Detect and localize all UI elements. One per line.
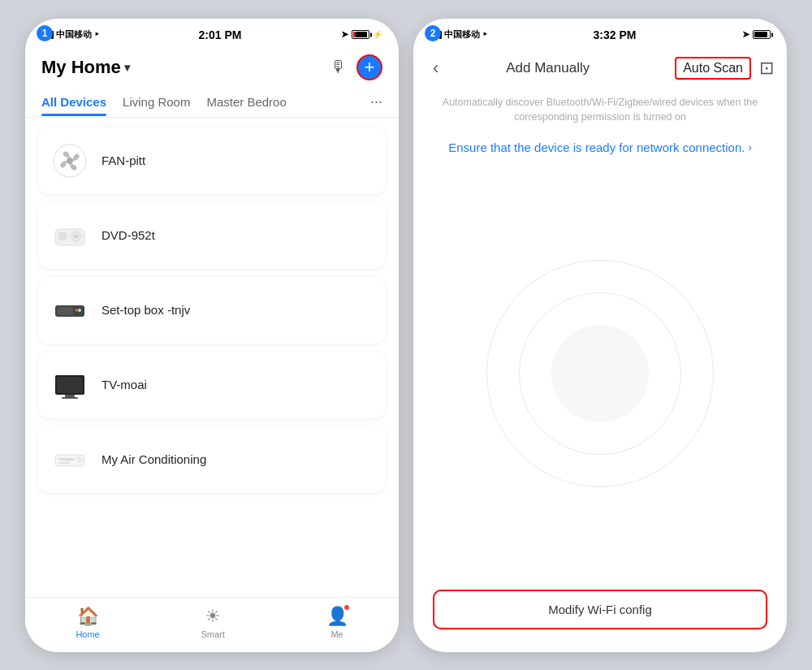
battery-icon-1 [352,30,369,39]
chevron-right-icon: › [748,140,751,157]
battery-fill-charge [356,32,367,37]
ac-icon [50,439,90,480]
location-icon: ➤ [341,29,348,40]
nav-smart-label: Smart [201,629,224,639]
nav-home[interactable]: 🏠 Home [76,606,99,639]
wifi-icon-2: ‣ [482,29,487,40]
auto-scan-button[interactable]: Auto Scan [675,57,751,80]
svg-rect-11 [57,377,83,393]
device-list: FAN-pitt DVD-952t [25,118,399,597]
nav-me[interactable]: 👤 Me [326,606,348,639]
svg-rect-16 [58,462,70,464]
dropdown-icon: ▾ [124,61,130,74]
svg-point-1 [67,158,73,164]
auto-scan-description: Automatically discover Bluetooth/Wi-Fi/Z… [413,89,787,126]
tab-all-devices[interactable]: All Devices [41,89,106,115]
dvd-device-name: DVD-952t [102,228,155,242]
nav-me-label: Me [330,629,343,639]
add-manually-title: Add Manually [421,60,675,76]
carrier-text: 中国移动 [56,28,92,41]
wifi-icon: ‣ [94,29,99,40]
svg-rect-7 [57,307,73,315]
mic-icon[interactable]: 🎙 [330,58,347,76]
status-right-1: ➤ ⚡ [341,29,382,40]
scan-frame-icon[interactable]: ⊡ [759,58,774,79]
fan-icon [50,140,90,181]
svg-point-8 [78,309,81,312]
settopbox-icon [50,290,90,331]
svg-rect-15 [58,458,75,460]
svg-rect-13 [62,397,78,399]
location-icon-2: ➤ [742,29,749,40]
carrier-text-2: 中国移动 [444,28,480,41]
device-tabs: All Devices Living Room Master Bedroo ··… [25,87,399,118]
time-display-2: 3:32 PM [594,28,637,41]
smart-nav-icon: ☀ [205,606,221,627]
device-card-fan[interactable]: FAN-pitt [38,128,386,194]
device-card-ac[interactable]: My Air Conditioning [38,426,386,493]
charge-icon: ⚡ [373,30,382,39]
home-nav-icon: 🏠 [77,606,99,627]
dvd-icon [50,215,90,256]
notification-badge [343,604,350,611]
phone-right: 2 中国移动 ‣ 3:32 PM ➤ ‹ Add Manually Auto S… [413,19,787,652]
add-device-button[interactable]: + [356,54,382,80]
nav-smart[interactable]: ☀ Smart [201,606,224,639]
tab-living-room[interactable]: Living Room [123,89,190,115]
tv-icon [50,365,90,405]
home-header: My Home ▾ 🎙 + [25,48,399,87]
add-device-header: ‹ Add Manually Auto Scan ⊡ [413,48,787,89]
step-badge-1: 1 [37,25,53,41]
step-badge-2: 2 [425,25,441,41]
svg-rect-12 [65,395,75,397]
scan-circle-outer [486,260,714,487]
device-card-tv[interactable]: TV-moai [38,352,386,418]
scan-circle-inner [551,325,649,422]
status-bar-1: 中国移动 ‣ 2:01 PM ➤ ⚡ [25,19,399,48]
device-card-settopbox[interactable]: Set-top box -tnjv [38,277,386,344]
phone-left: 1 中国移动 ‣ 2:01 PM ➤ ⚡ My Home ▾ [25,19,399,652]
device-card-dvd[interactable]: DVD-952t [38,202,386,269]
scan-circle-mid [519,292,681,455]
svg-point-17 [77,457,82,462]
tab-more[interactable]: ··· [370,87,382,117]
time-display-1: 2:01 PM [199,28,242,41]
home-title-text: My Home [41,57,121,78]
fan-device-name: FAN-pitt [102,153,145,167]
nav-home-label: Home [76,629,99,639]
tv-device-name: TV-moai [102,378,147,391]
status-bar-2: 中国移动 ‣ 3:32 PM ➤ [413,19,787,48]
tab-master-bedroom[interactable]: Master Bedroo [206,89,286,115]
header-actions: 🎙 + [330,54,382,80]
bottom-navigation: 🏠 Home ☀ Smart 👤 Me [25,597,399,652]
settopbox-device-name: Set-top box -tnjv [102,303,190,317]
status-right-2: ➤ [742,29,771,40]
modify-wifi-button[interactable]: Modify Wi-Fi config [433,590,767,629]
battery-fill-2 [754,32,767,37]
ensure-network-link[interactable]: Ensure that the device is ready for netw… [413,125,787,158]
ac-device-name: My Air Conditioning [102,452,206,466]
scan-animation-area [413,158,787,590]
svg-rect-3 [58,232,67,240]
battery-icon-2 [753,30,771,39]
svg-point-5 [75,235,78,238]
ensure-network-text: Ensure that the device is ready for netw… [448,138,745,158]
home-title[interactable]: My Home ▾ [41,57,130,78]
svg-point-9 [75,309,78,312]
